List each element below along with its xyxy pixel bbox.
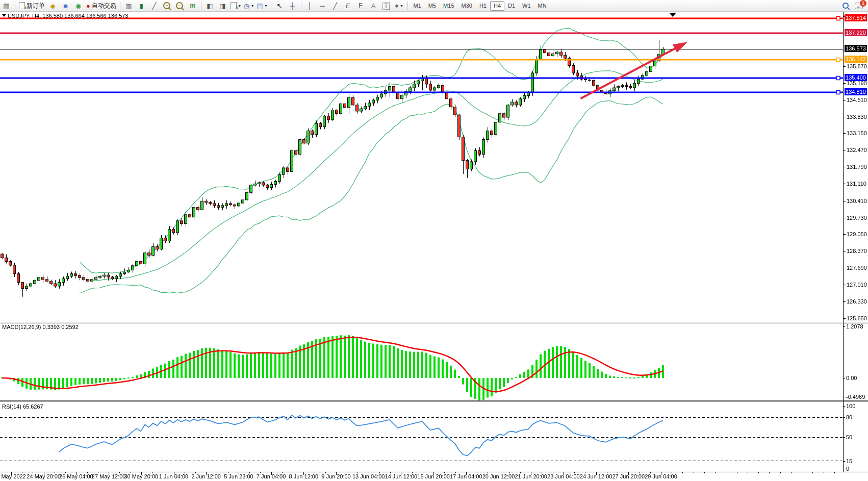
clock-icon: ◷ — [244, 3, 249, 9]
new-chart-dropdown[interactable]: + ▾ — [229, 1, 242, 10]
timeframe-button-m1[interactable]: M1 — [410, 1, 425, 11]
horizontal-line-icon[interactable]: ─ — [316, 1, 329, 10]
timeframe-button-h1[interactable]: H1 — [476, 1, 490, 11]
timeframe-button-h4[interactable]: H4 — [490, 1, 504, 11]
fibonacci-icon[interactable]: F — [354, 1, 367, 10]
timeframe-button-mn[interactable]: MN — [534, 1, 550, 11]
shapes-icon: ◆ — [395, 4, 399, 8]
shapes-dropdown[interactable]: ◆ ▾ — [393, 1, 405, 10]
new-order-label: 新订单 — [27, 2, 45, 10]
macd-indicator-label: MACD(12,26,9) 0.3393 0.2592 — [2, 324, 79, 330]
arrange-left-icon[interactable]: ◧ — [203, 1, 216, 10]
autotrade-icon: ● — [86, 3, 90, 9]
timeframe-button-m5[interactable]: M5 — [425, 1, 440, 11]
toolbar-separator — [120, 2, 120, 10]
chart-canvas[interactable] — [0, 0, 868, 481]
arrange-right-icon[interactable]: ◨ — [216, 1, 229, 10]
candle-chart-icon[interactable]: ▮ — [135, 1, 148, 10]
window-icon[interactable]: ▦ — [0, 1, 13, 10]
text-icon[interactable]: A — [367, 1, 380, 10]
template-icon: ▤ — [257, 3, 263, 9]
new-order-icon: + — [19, 2, 25, 9]
search-icon[interactable] — [843, 3, 849, 9]
signal-icon[interactable]: ◉ — [72, 1, 85, 10]
trendline-icon[interactable]: ╱ — [329, 1, 342, 10]
vertical-line-icon[interactable]: │ — [303, 1, 316, 10]
zoom-in-icon[interactable]: + — [161, 1, 173, 10]
bar-chart-icon[interactable]: ▥ — [122, 1, 135, 10]
market-watch-icon[interactable]: ◆ — [46, 1, 59, 10]
period-dropdown[interactable]: ◷ ▾ — [242, 1, 255, 10]
rsi-indicator-label: RSI(14) 65.6267 — [2, 403, 43, 410]
autotrade-label: 自动交易 — [92, 2, 116, 10]
toolbar-separator — [407, 2, 408, 10]
timeframe-button-m15[interactable]: M15 — [440, 1, 457, 11]
toolbar-separator — [301, 2, 301, 10]
timeframe-button-w1[interactable]: W1 — [519, 1, 534, 11]
new-order-button[interactable]: + 新订单 — [17, 1, 46, 10]
crosshair-icon[interactable]: ┼ — [286, 1, 299, 10]
cursor-icon[interactable]: ↖ — [273, 1, 286, 10]
line-chart-icon[interactable]: ╱ — [148, 1, 161, 10]
profile-icon[interactable]: ☻ — [59, 1, 72, 10]
template-dropdown[interactable]: ▤ ▾ — [255, 1, 268, 10]
chart-title: USDJPY, H4, 136.580 136.664 136.566 136.… — [8, 13, 128, 19]
notifications-icon[interactable]: 1 — [855, 3, 863, 9]
new-chart-icon: + — [231, 2, 237, 9]
toolbar-separator — [201, 2, 201, 10]
zoom-out-icon[interactable]: − — [173, 1, 186, 10]
timeframe-button-d1[interactable]: D1 — [504, 1, 519, 11]
tile-windows-icon[interactable]: ⊞ — [186, 1, 199, 10]
equidistant-channel-icon[interactable]: E — [342, 1, 354, 10]
toolbar-right: 1 — [843, 3, 863, 9]
symbol-collapse-icon[interactable] — [2, 14, 6, 17]
notification-badge: 1 — [860, 0, 866, 7]
toolbar-separator — [271, 2, 271, 10]
toolbar: ▦ + 新订单 ◆ ☻ ◉ ● 自动交易 ▥ ▮ ╱ + − ⊞ ◧ ◨ + ▾… — [0, 0, 868, 12]
text-label-icon[interactable]: T — [380, 1, 393, 10]
timeframe-button-m30[interactable]: M30 — [458, 1, 476, 11]
autotrade-button[interactable]: ● 自动交易 — [85, 1, 118, 10]
timeframe-toolbar: M1M5M15M30H1H4D1W1MN — [410, 1, 550, 11]
toolbar-separator — [15, 2, 15, 10]
